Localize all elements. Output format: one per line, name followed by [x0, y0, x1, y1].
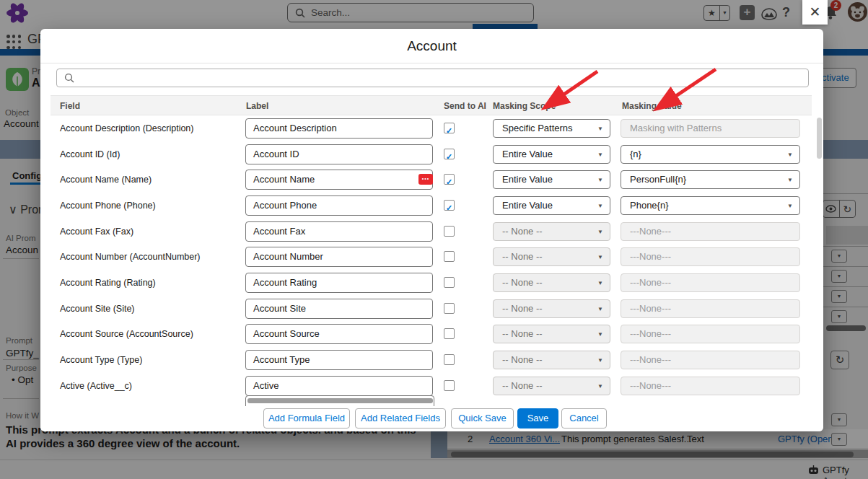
masking-value-text: ---None--- — [630, 226, 671, 237]
send-to-ai-checkbox[interactable] — [444, 328, 455, 339]
masking-value-input: ---None--- — [621, 351, 800, 369]
masking-value-text: {n} — [630, 149, 641, 159]
field-masking-modal: Account Field Label Send to AI Masking S… — [40, 29, 823, 431]
check-icon: ✓ — [446, 126, 452, 135]
field-name: Account Phone (Phone) — [60, 201, 156, 211]
label-input[interactable]: Account Rating — [245, 273, 433, 293]
send-to-ai-checkbox[interactable] — [444, 251, 455, 262]
chevron-down-icon: ▼ — [597, 198, 603, 215]
table-row: Account Type (Type) Account Type -- None… — [51, 347, 812, 373]
field-name: Account Site (Site) — [60, 304, 135, 314]
masking-scope-select[interactable]: Entire Value▼ — [493, 145, 610, 164]
masking-value-input: ---None--- — [621, 299, 800, 318]
masking-value-text: PersonFull{n} — [630, 174, 686, 185]
masking-value-input: ---None--- — [621, 273, 800, 292]
add-related-fields-button[interactable]: Add Related Fields — [355, 408, 446, 429]
masking-scope-select: -- None --▼ — [493, 351, 610, 369]
save-button[interactable]: Save — [517, 408, 558, 429]
masking-value-select[interactable]: PersonFull{n}▼ — [621, 170, 800, 189]
masking-scope-select[interactable]: Entire Value▼ — [493, 196, 610, 215]
label-input[interactable]: Account Phone — [245, 195, 433, 216]
masking-value-select[interactable]: Phone{n}▼ — [621, 196, 800, 215]
label-input[interactable]: Account Number — [245, 247, 433, 267]
field-name: Account Name (Name) — [60, 175, 152, 185]
label-input[interactable]: Account Site — [245, 299, 433, 319]
chevron-down-icon: ▼ — [597, 275, 603, 292]
field-search-input[interactable] — [56, 69, 809, 87]
table-row: Account Fax (Fax) Account Fax -- None --… — [51, 219, 812, 245]
label-input[interactable]: Account Fax — [245, 221, 433, 242]
field-name: Account Rating (Rating) — [60, 278, 156, 288]
send-to-ai-checkbox[interactable] — [444, 354, 455, 365]
masking-value-input: ---None--- — [621, 222, 800, 241]
field-name: Account Type (Type) — [60, 355, 142, 365]
label-input[interactable]: Account Name — [245, 170, 433, 190]
masking-scope-select[interactable]: Specific Patterns▼ — [493, 119, 610, 138]
masking-scope-select: -- None --▼ — [493, 222, 610, 241]
send-to-ai-checkbox[interactable]: ✓ — [444, 200, 455, 211]
field-name: Account ID (Id) — [60, 149, 120, 159]
masking-scope-value: -- None -- — [502, 354, 543, 365]
masking-value-text: Phone{n} — [630, 200, 669, 211]
send-to-ai-checkbox[interactable]: ✓ — [444, 174, 455, 185]
masking-scope-select: -- None --▼ — [493, 325, 610, 343]
label-input[interactable]: Account Type — [245, 350, 433, 370]
send-to-ai-checkbox[interactable] — [444, 380, 455, 391]
table-row: Account Description (Description) Accoun… — [51, 115, 812, 141]
masking-value-input: ---None--- — [621, 377, 800, 395]
chevron-down-icon: ▼ — [597, 172, 603, 189]
close-icon[interactable]: ✕ — [802, 0, 828, 25]
add-formula-field-button[interactable]: Add Formula Field — [263, 408, 350, 429]
chevron-down-icon: ▼ — [787, 146, 793, 164]
col-masking-value: Masking Value — [622, 101, 682, 111]
masking-scope-value: Entire Value — [502, 174, 553, 185]
send-to-ai-checkbox[interactable] — [444, 277, 455, 288]
send-to-ai-checkbox[interactable] — [444, 303, 455, 314]
masking-scope-value: -- None -- — [502, 303, 543, 314]
masking-scope-select: -- None --▼ — [493, 273, 610, 292]
modal-hscrollbar-thumb[interactable] — [247, 398, 433, 403]
masking-scope-select: -- None --▼ — [493, 377, 610, 395]
label-input[interactable]: Active — [245, 376, 433, 396]
masked-badge-icon: ••• — [418, 174, 433, 185]
table-row: Account ID (Id) Account ID ✓ Entire Valu… — [51, 141, 812, 167]
label-input[interactable]: Account Description — [245, 118, 433, 139]
chevron-down-icon: ▼ — [597, 326, 603, 343]
masking-value-text: ---None--- — [630, 277, 671, 288]
masking-scope-value: Entire Value — [502, 200, 553, 211]
label-input[interactable]: Account Source — [245, 324, 433, 344]
masking-value-select[interactable]: {n}▼ — [621, 145, 800, 164]
check-icon: ✓ — [446, 177, 452, 186]
send-to-ai-checkbox[interactable]: ✓ — [444, 149, 455, 159]
modal-vscrollbar-thumb[interactable] — [817, 118, 822, 159]
chevron-down-icon: ▼ — [597, 120, 603, 138]
masking-value-text: ---None--- — [630, 328, 671, 339]
cancel-button[interactable]: Cancel — [561, 408, 607, 429]
send-to-ai-checkbox[interactable] — [444, 226, 455, 237]
masking-value-text: ---None--- — [630, 380, 671, 391]
chevron-down-icon: ▼ — [597, 352, 603, 369]
masking-scope-select: -- None --▼ — [493, 299, 610, 318]
masking-value-text: ---None--- — [630, 354, 671, 365]
masking-scope-value: Specific Patterns — [502, 123, 573, 133]
masking-scope-select: -- None --▼ — [493, 247, 610, 266]
chevron-down-icon: ▼ — [597, 301, 603, 318]
quick-save-button[interactable]: Quick Save — [451, 408, 514, 429]
label-input[interactable]: Account ID — [245, 144, 433, 164]
check-icon: ✓ — [446, 203, 452, 212]
chevron-down-icon: ▼ — [787, 198, 793, 215]
col-masking-scope: Masking Scope — [493, 101, 556, 111]
send-to-ai-checkbox[interactable]: ✓ — [444, 123, 455, 133]
chevron-down-icon: ▼ — [597, 249, 603, 266]
chevron-down-icon: ▼ — [597, 378, 603, 395]
field-name: Active (Active__c) — [60, 381, 132, 391]
table-row: Account Name (Name) Account Name ••• ✓ E… — [51, 167, 812, 193]
masking-scope-select[interactable]: Entire Value▼ — [493, 170, 610, 189]
screen: Search... ★ ▼ + ? — [0, 0, 868, 479]
masking-value-input: Masking with Patterns — [621, 119, 800, 138]
masking-scope-value: -- None -- — [502, 328, 543, 339]
search-icon — [64, 73, 74, 83]
chevron-down-icon: ▼ — [597, 146, 603, 164]
chevron-down-icon: ▼ — [597, 224, 603, 241]
col-field: Field — [60, 101, 80, 111]
